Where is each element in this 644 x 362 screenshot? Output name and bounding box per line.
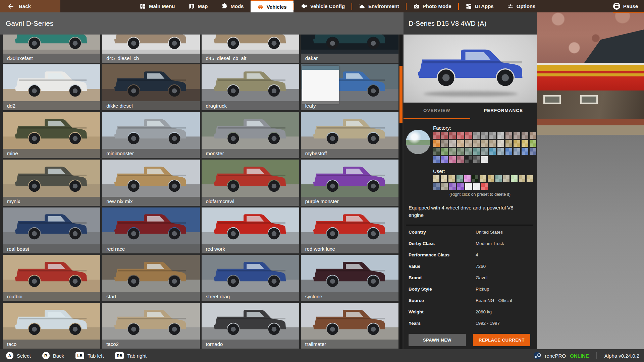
user-color-swatch[interactable] [488, 175, 494, 182]
vehicle-tile[interactable]: d45_diesel_cb [102, 35, 200, 63]
user-color-swatch[interactable] [441, 183, 448, 190]
factory-color-swatch[interactable] [522, 132, 528, 139]
factory-color-swatch[interactable] [497, 148, 504, 155]
factory-color-swatch[interactable] [473, 156, 480, 163]
factory-color-swatch[interactable] [481, 140, 488, 147]
factory-color-swatch[interactable] [473, 148, 480, 155]
nav-options[interactable]: Options [500, 0, 542, 12]
vehicle-tile[interactable]: tornado [202, 303, 299, 349]
factory-color-swatch[interactable] [433, 132, 440, 139]
back-button[interactable]: Back [0, 0, 60, 12]
factory-color-swatch[interactable] [465, 156, 472, 163]
factory-color-swatch[interactable] [489, 148, 496, 155]
vehicle-tile[interactable]: dragtruck [202, 64, 299, 110]
factory-color-swatch[interactable] [457, 140, 464, 147]
factory-color-swatch[interactable] [441, 156, 448, 163]
user-color-swatch[interactable] [457, 183, 464, 190]
factory-color-swatch[interactable] [481, 148, 488, 155]
scrollbar-thumb[interactable] [399, 66, 402, 123]
vehicle-tile[interactable]: mynix [3, 160, 100, 205]
pause-button[interactable]: Pause [607, 0, 644, 12]
factory-color-swatch[interactable] [449, 156, 456, 163]
user-color-swatch[interactable] [481, 183, 488, 190]
factory-color-swatch[interactable] [433, 148, 440, 155]
user-color-swatch[interactable] [448, 175, 455, 182]
nav-environment[interactable]: Environment [352, 0, 406, 12]
vehicle-tile[interactable]: dakar [301, 35, 398, 63]
vehicle-tile[interactable]: syclone [301, 255, 398, 301]
factory-color-swatch[interactable] [530, 140, 536, 147]
user-color-swatch[interactable] [480, 175, 486, 182]
nav-vehicle-config[interactable]: Vehicle Config [294, 0, 352, 12]
factory-color-swatch[interactable] [505, 132, 512, 139]
vehicle-tile[interactable]: trailmater [301, 303, 398, 349]
vehicle-grid-scrollbar[interactable] [399, 35, 402, 349]
factory-color-swatch[interactable] [505, 140, 512, 147]
factory-color-swatch[interactable] [449, 140, 456, 147]
factory-color-swatch[interactable] [505, 148, 512, 155]
nav-ui-apps[interactable]: UI Apps [459, 0, 500, 12]
factory-color-swatch[interactable] [457, 156, 464, 163]
vehicle-tile[interactable]: minimonster [102, 112, 200, 158]
factory-color-swatch[interactable] [489, 140, 496, 147]
factory-color-swatch[interactable] [497, 140, 504, 147]
nav-map[interactable]: Map [182, 0, 215, 12]
factory-color-swatch[interactable] [449, 132, 456, 139]
vehicle-tile[interactable]: oldfarmcrawl [202, 160, 299, 205]
user-color-swatch[interactable] [472, 175, 478, 182]
factory-color-swatch[interactable] [514, 148, 520, 155]
user-color-swatch[interactable] [519, 175, 525, 182]
factory-color-swatch[interactable] [457, 132, 464, 139]
vehicle-tile[interactable]: monster [202, 112, 299, 158]
factory-color-swatch[interactable] [465, 140, 472, 147]
factory-color-swatch[interactable] [514, 140, 520, 147]
factory-color-swatch[interactable] [441, 140, 448, 147]
factory-color-swatch[interactable] [465, 148, 472, 155]
user-color-swatch[interactable] [457, 175, 463, 182]
factory-color-swatch[interactable] [514, 132, 520, 139]
user-color-swatch[interactable] [473, 183, 480, 190]
factory-color-swatch[interactable] [449, 148, 456, 155]
nav-vehicles[interactable]: Vehicles [251, 0, 293, 12]
factory-color-swatch[interactable] [457, 148, 464, 155]
vehicle-tile[interactable]: leafy [301, 64, 398, 110]
factory-color-swatch[interactable] [530, 148, 536, 155]
factory-color-swatch[interactable] [465, 132, 472, 139]
vehicle-tile[interactable]: red work [202, 207, 299, 253]
factory-color-swatch[interactable] [489, 132, 496, 139]
vehicle-tile[interactable]: new nix mix [102, 160, 200, 205]
user-color-swatch[interactable] [433, 175, 439, 182]
tab-performance[interactable]: PERFORMANCE [470, 103, 537, 119]
vehicle-tile[interactable]: purple monster [301, 160, 398, 205]
vehicle-tile[interactable]: taco [3, 303, 100, 349]
vehicle-tile[interactable]: street drag [202, 255, 299, 301]
factory-color-swatch[interactable] [530, 132, 536, 139]
vehicle-tile[interactable]: d30luxefast [3, 35, 100, 63]
user-color-swatch[interactable] [441, 175, 447, 182]
vehicle-tile[interactable]: start [102, 255, 200, 301]
factory-color-swatch[interactable] [522, 148, 528, 155]
user-color-swatch[interactable] [527, 175, 533, 182]
nav-main-menu[interactable]: Main Menu [133, 0, 182, 12]
factory-color-swatch[interactable] [441, 148, 448, 155]
factory-color-swatch[interactable] [497, 132, 504, 139]
factory-color-swatch[interactable] [433, 156, 440, 163]
user-color-swatch[interactable] [465, 183, 472, 190]
vehicle-tile[interactable]: red race [102, 207, 200, 253]
factory-color-swatch[interactable] [522, 140, 528, 147]
factory-color-swatch[interactable] [433, 140, 440, 147]
vehicle-tile[interactable]: d45_diesel_cb_alt [202, 35, 299, 63]
vehicle-tile[interactable]: dd2 [3, 64, 100, 110]
factory-color-swatch[interactable] [481, 156, 488, 163]
replace-current-button[interactable]: REPLACE CURRENT [473, 334, 530, 346]
user-color-swatch[interactable] [503, 175, 509, 182]
vehicle-tile[interactable]: roufboi [3, 255, 100, 301]
vehicle-tile[interactable]: real beast [3, 207, 100, 253]
factory-color-swatch[interactable] [481, 132, 488, 139]
factory-color-swatch[interactable] [473, 140, 480, 147]
vehicle-tile[interactable]: mybestoff [301, 112, 398, 158]
factory-color-swatch[interactable] [473, 132, 480, 139]
tab-overview[interactable]: OVERVIEW [404, 103, 470, 119]
factory-color-swatch[interactable] [441, 132, 448, 139]
vehicle-tile[interactable]: taco2 [102, 303, 200, 349]
